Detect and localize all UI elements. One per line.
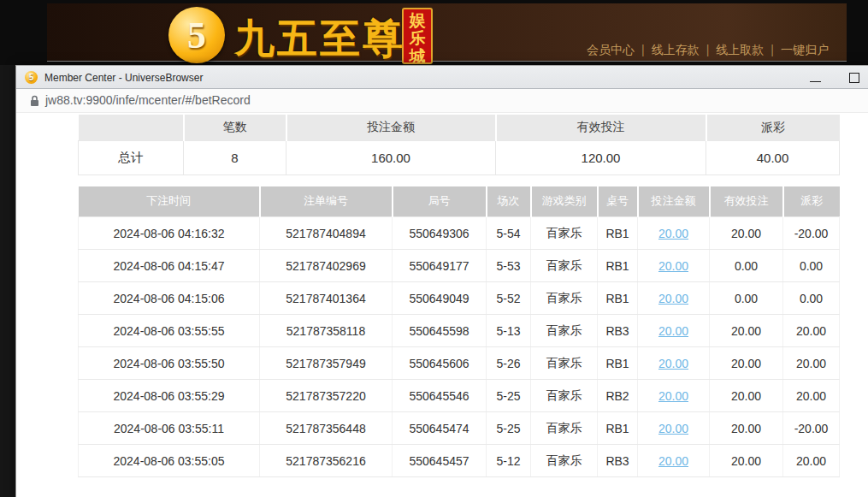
- game-type-cell: 百家乐: [531, 217, 598, 250]
- bet-id-cell: 521787401364: [260, 282, 393, 315]
- bet-header-row: 下注时间注单编号局号场次游戏类别桌号投注金额有效投注派彩: [79, 186, 840, 217]
- table-no-cell: RB1: [598, 347, 638, 380]
- bet-amount-cell: 20.00: [638, 412, 710, 445]
- bet-table-row: 2024-08-06 04:15:06521787401364550649049…: [79, 282, 840, 315]
- total-valid-bet-cell: 120.00: [496, 140, 706, 175]
- bet-header-cell: 下注时间: [79, 186, 260, 217]
- game-type-cell: 百家乐: [531, 250, 598, 282]
- session-cell: 5-13: [487, 315, 531, 347]
- round-no-cell: 550645606: [393, 347, 487, 380]
- bet-amount-cell: 20.00: [638, 445, 710, 477]
- round-no-cell: 550645546: [393, 380, 487, 412]
- summary-header-cell: 有效投注: [496, 115, 706, 140]
- bet-record-table: 下注时间注单编号局号场次游戏类别桌号投注金额有效投注派彩 2024-08-06 …: [78, 186, 840, 478]
- bet-table-row: 2024-08-06 03:55:05521787356216550645457…: [79, 445, 840, 477]
- valid-bet-cell: 20.00: [710, 412, 783, 445]
- valid-bet-cell: 20.00: [710, 217, 783, 250]
- bet-table-row: 2024-08-06 03:55:55521787358118550645598…: [79, 315, 840, 347]
- summary-total-row: 总计 8 160.00 120.00 40.00: [79, 140, 840, 175]
- valid-bet-cell: 20.00: [710, 347, 783, 380]
- table-no-cell: RB1: [598, 250, 638, 282]
- bet-table-row: 2024-08-06 03:55:29521787357220550645546…: [79, 380, 840, 412]
- title-bar: 5 Member Center - UniverseBrowser: [16, 66, 868, 89]
- bet-time-cell: 2024-08-06 04:16:32: [79, 217, 260, 250]
- total-count-cell: 8: [184, 140, 286, 175]
- badge-char: 娱: [410, 11, 426, 29]
- site-nav: 会员中心|线上存款|线上取款|一键归户: [583, 43, 832, 58]
- nav-link-0[interactable]: 会员中心: [587, 43, 635, 56]
- session-cell: 5-25: [487, 412, 531, 445]
- url-text[interactable]: jw88.tv:9900/infe/mcenter/#/betRecord: [45, 93, 251, 107]
- valid-bet-cell: 20.00: [710, 445, 783, 477]
- summary-header-cell: 投注金额: [286, 115, 496, 140]
- payout-cell: 20.00: [783, 347, 840, 380]
- bet-header-cell: 桌号: [598, 186, 638, 217]
- bet-time-cell: 2024-08-06 04:15:06: [79, 282, 260, 315]
- table-no-cell: RB1: [598, 412, 638, 445]
- table-no-cell: RB3: [598, 315, 638, 347]
- session-cell: 5-53: [487, 250, 531, 282]
- bet-amount-cell: 20.00: [638, 250, 710, 282]
- game-type-cell: 百家乐: [531, 445, 598, 477]
- nav-separator: |: [706, 43, 710, 56]
- game-type-cell: 百家乐: [531, 380, 598, 412]
- favicon-glyph: 5: [29, 73, 34, 82]
- game-type-cell: 百家乐: [531, 282, 598, 315]
- lock-icon: [30, 95, 39, 107]
- bet-amount-link[interactable]: 20.00: [658, 454, 688, 468]
- table-no-cell: RB1: [598, 282, 638, 315]
- bet-time-cell: 2024-08-06 03:55:55: [79, 315, 260, 347]
- round-no-cell: 550649306: [393, 217, 487, 250]
- summary-header-cell: [79, 115, 184, 140]
- site-logo-icon[interactable]: 5: [168, 7, 225, 63]
- maximize-button[interactable]: [849, 73, 859, 83]
- badge-char: 城: [410, 47, 426, 64]
- bet-table-row: 2024-08-06 03:55:11521787356448550645474…: [79, 412, 840, 445]
- game-type-cell: 百家乐: [531, 412, 598, 445]
- payout-cell: 0.00: [783, 282, 840, 315]
- site-logo-badge: 娱 乐 城: [402, 8, 433, 64]
- site-logo-title: 九五至尊: [234, 12, 405, 66]
- valid-bet-cell: 20.00: [710, 380, 783, 412]
- session-cell: 5-25: [487, 380, 531, 412]
- session-cell: 5-54: [487, 217, 531, 250]
- site-header: 5 九五至尊 娱 乐 城 会员中心|线上存款|线上取款|一键归户: [0, 0, 868, 65]
- screen: 5 九五至尊 娱 乐 城 会员中心|线上存款|线上取款|一键归户 5 Membe…: [0, 0, 868, 497]
- nav-link-2[interactable]: 线上取款: [716, 43, 764, 56]
- bet-amount-link[interactable]: 20.00: [658, 259, 688, 273]
- address-bar[interactable]: jw88.tv:9900/infe/mcenter/#/betRecord: [16, 89, 868, 113]
- bet-id-cell: 521787357220: [260, 380, 393, 412]
- bet-amount-link[interactable]: 20.00: [658, 227, 688, 240]
- round-no-cell: 550649177: [393, 250, 487, 282]
- bet-header-cell: 局号: [393, 186, 487, 217]
- round-no-cell: 550649049: [393, 282, 487, 315]
- minimize-button[interactable]: [810, 81, 821, 82]
- nav-link-3[interactable]: 一键归户: [781, 43, 829, 56]
- table-no-cell: RB3: [598, 445, 638, 477]
- session-cell: 5-52: [487, 282, 531, 315]
- page-content: 笔数投注金额有效投注派彩 总计 8 160.00 120.00 40.00: [16, 113, 868, 497]
- bet-id-cell: 521787358118: [260, 315, 393, 347]
- badge-char: 乐: [410, 29, 426, 47]
- bet-header-cell: 投注金额: [638, 186, 710, 217]
- bet-amount-link[interactable]: 20.00: [658, 292, 688, 305]
- bet-header-cell: 有效投注: [710, 186, 783, 217]
- round-no-cell: 550645474: [393, 412, 487, 445]
- valid-bet-cell: 0.00: [710, 250, 783, 282]
- nav-link-1[interactable]: 线上存款: [652, 43, 700, 56]
- round-no-cell: 550645598: [393, 315, 487, 347]
- bet-id-cell: 521787356448: [260, 412, 393, 445]
- bet-amount-link[interactable]: 20.00: [658, 324, 688, 338]
- bet-amount-link[interactable]: 20.00: [658, 422, 688, 435]
- valid-bet-cell: 0.00: [710, 282, 783, 315]
- nav-separator: |: [771, 43, 774, 56]
- bet-table-row: 2024-08-06 04:15:47521787402969550649177…: [79, 250, 840, 282]
- bet-amount-cell: 20.00: [638, 315, 710, 347]
- nav-separator: |: [641, 43, 645, 56]
- bet-amount-link[interactable]: 20.00: [658, 357, 688, 370]
- game-type-cell: 百家乐: [531, 347, 598, 380]
- bet-amount-cell: 20.00: [638, 380, 710, 412]
- bet-amount-cell: 20.00: [638, 347, 710, 380]
- bet-amount-link[interactable]: 20.00: [658, 389, 688, 403]
- payout-cell: 20.00: [783, 445, 840, 477]
